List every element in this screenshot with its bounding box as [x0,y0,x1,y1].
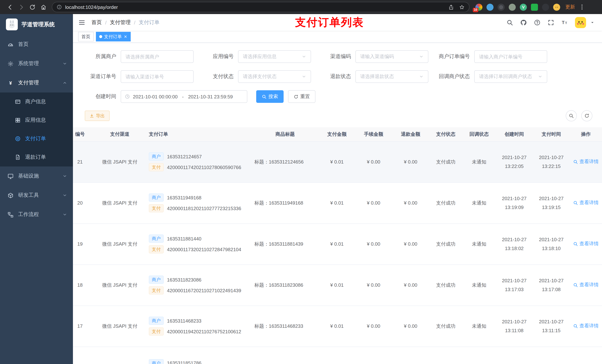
user-avatar[interactable] [575,17,586,28]
merchant-order-no-input[interactable] [474,50,547,63]
sidebar-item-payment[interactable]: 支付管理 [0,73,73,93]
tag-home[interactable]: 首页 [78,32,94,42]
page-title-annotation: 支付订单列表 [295,15,364,30]
breadcrumb-section[interactable]: 支付管理 [110,19,131,26]
font-size-icon[interactable] [561,19,568,26]
sidebar-item-app-info[interactable]: 应用信息 [0,111,73,129]
app-select[interactable]: 请选择应用信息 [238,50,311,63]
cell-fee: ¥ 0.00 [355,141,392,182]
address-bar[interactable]: localhost:1024/pay/order [52,2,469,12]
sidebar-item-merchant-info[interactable]: 商户信息 [0,93,73,111]
view-detail-link[interactable]: 查看详情 [573,199,599,206]
sidebar-item-label: 工作流程 [18,211,39,218]
extension-icon-blue[interactable] [486,3,494,10]
extension-icon-dark[interactable] [498,3,505,10]
view-detail-link[interactable]: 查看详情 [573,158,599,165]
sidebar-item-label: 退款订单 [25,154,46,161]
cell-pay-time: 2021-10-2713:19:15 [533,182,570,223]
channel-code-select[interactable]: 请输入渠道编码 [355,50,428,63]
table-header-row: 编号 支付渠道 支付订单 商品标题 支付金额 手续金额 退款金额 支付状态 回调… [73,127,602,141]
avatar-caret-icon[interactable] [590,20,595,25]
refund-status-select[interactable]: 请选择退款状态 [355,70,428,83]
sidebar-item-refund-order[interactable]: 退款订单 [0,148,73,166]
sidebar-item-system[interactable]: 系统管理 [0,54,73,73]
toolbar-refresh-button[interactable] [581,110,592,121]
field-label: 应用编号 [203,53,238,60]
export-button[interactable]: 导出 [85,111,110,121]
search-button[interactable]: 搜索 [256,90,284,103]
cell-notify: 未通知 [462,306,496,347]
site-info-icon[interactable] [57,4,62,10]
back-icon [7,4,13,10]
browser-back-button[interactable] [4,1,16,13]
extension-icon-green[interactable] [531,3,538,10]
share-icon[interactable] [448,4,454,10]
sidebar-item-pay-order[interactable]: 支付订单 [0,129,73,148]
merchant-tag: 商户 [149,276,164,284]
github-icon[interactable] [520,19,527,26]
merchant-order-no: 1635311823086 [167,277,201,282]
help-icon[interactable] [534,19,540,26]
toolbar-search-toggle-button[interactable] [566,110,577,121]
pay-status-select[interactable]: 请选择支付状态 [238,70,311,83]
main-content: 所属商户 应用编号 请选择应用信息 渠道编码 [73,43,602,364]
active-dot [99,35,102,38]
merchant-input[interactable] [121,50,194,63]
pay-tag: 支付 [149,163,164,171]
cell-refund: ¥ 0.00 [392,264,429,306]
app-logo[interactable]: 芋道管理系统 [0,14,73,35]
chevron-down-icon [63,212,67,217]
breadcrumb-home[interactable]: 首页 [91,19,102,26]
notify-status-select[interactable]: 请选择订单回调商户状态 [474,70,547,83]
extension-icon-adblock[interactable]: 10 [475,3,483,10]
field-label: 渠道编码 [320,53,355,60]
select-placeholder: 请选择退款状态 [360,73,419,80]
extension-icon-knight[interactable] [542,3,549,10]
tags-view: 首页 支付订单 [73,31,602,43]
view-detail-link[interactable]: 查看详情 [573,282,599,288]
browser-reload-button[interactable] [27,1,38,13]
cell-pay-time: 2021-10-2713:22:15 [533,141,570,182]
cell-refund: ¥ 0.00 [392,306,429,347]
field-label: 创建时间 [82,93,121,100]
merchant-tag: 商户 [149,235,164,243]
cell-refund: ¥ 0.00 [392,141,429,182]
extension-icon-gray[interactable] [509,3,516,10]
hamburger-icon[interactable] [78,19,86,26]
extension-icon-vue-devtools[interactable] [520,3,527,10]
bookmark-star-icon[interactable] [459,4,465,10]
browser-home-button[interactable] [38,1,49,13]
sidebar-item-workflow[interactable]: 工作流程 [0,205,73,224]
tag-pay-order[interactable]: 支付订单 [96,32,131,42]
browser-menu-icon[interactable] [579,4,585,10]
filter-merchant: 所属商户 [82,50,194,63]
merchant-order-no: 1635311949168 [167,195,201,200]
sidebar-item-dev-tools[interactable]: 研发工具 [0,186,73,205]
search-icon [262,94,267,99]
table-row-partial: 商户1635311851786 [73,347,602,364]
column-header-channel: 支付渠道 [96,127,144,141]
browser-forward-button[interactable] [16,1,27,13]
view-detail-link[interactable]: 查看详情 [573,241,599,247]
home-icon [40,4,46,10]
extension-icon-face[interactable] [553,3,560,10]
sidebar-item-infrastructure[interactable]: 基础设施 [0,166,73,186]
filter-pay-status: 支付状态 请选择支付状态 [203,70,311,83]
sidebar-item-label: 系统管理 [18,60,39,67]
merchant-order-no: 1635312124657 [167,154,202,159]
date-range-picker[interactable]: 2021-10-01 00:00:00 - 2021-10-31 23:59:5… [121,90,247,103]
fullscreen-icon[interactable] [548,19,554,26]
view-detail-link[interactable]: 查看详情 [573,323,599,329]
close-icon[interactable] [124,35,127,39]
search-icon[interactable] [506,19,513,26]
filter-refund-status: 退款状态 请选择退款状态 [320,70,428,83]
browser-update-button[interactable]: 更新 [565,4,575,10]
tag-label: 首页 [81,33,90,40]
button-label: 搜索 [269,93,278,100]
reset-button[interactable]: 重置 [288,90,315,103]
sidebar-item-label: 商户信息 [25,98,46,105]
channel-order-no-input[interactable] [121,70,194,83]
pay-tag: 支付 [149,286,164,294]
forward-icon [18,4,24,10]
sidebar-item-home[interactable]: 首页 [0,35,73,54]
